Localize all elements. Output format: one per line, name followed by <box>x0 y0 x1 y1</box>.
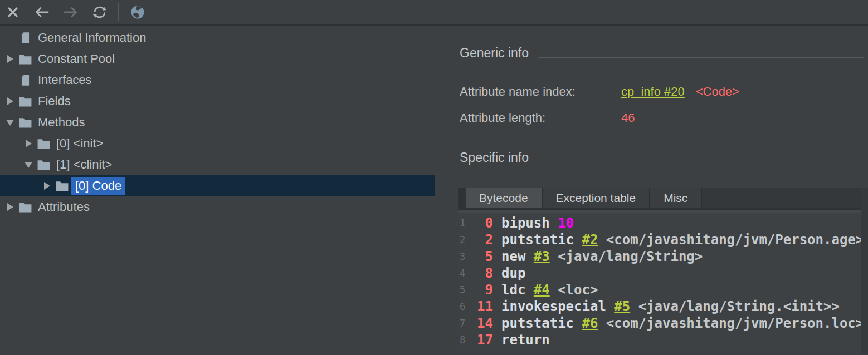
instruction: ldc #4 <loc> <box>501 282 598 298</box>
expander-icon[interactable] <box>3 120 17 126</box>
operand-detail: <java/lang/String.<init>> <box>638 299 840 314</box>
bytecode-offset: 8 <box>472 265 493 281</box>
mnemonic: putstatic <box>501 315 574 331</box>
bytecode-offset: 5 <box>472 249 493 264</box>
mnemonic: putstatic <box>501 232 574 248</box>
operand-detail: <com/javashitang/jvm/Person.age> <box>606 232 861 248</box>
tree-item-label: [0] Code <box>71 177 125 195</box>
tab-bytecode[interactable]: Bytecode <box>466 188 543 208</box>
expander-icon[interactable] <box>22 140 35 147</box>
bytecode-line: 1 0 bipush 10 <box>458 215 861 231</box>
close-icon[interactable] <box>1 2 25 23</box>
folder-icon <box>18 52 32 66</box>
line-number: 4 <box>458 268 472 279</box>
tree-item-label: Attributes <box>38 200 90 214</box>
instruction: bipush 10 <box>501 215 574 231</box>
expander-icon[interactable] <box>3 203 17 211</box>
attribute-length-row: Attribute length: 46 <box>460 111 635 125</box>
bytecode-offset: 17 <box>472 332 493 348</box>
attribute-type-value: <Code> <box>696 85 739 99</box>
detail-panel: Generic info Attribute name index: cp_in… <box>458 26 868 354</box>
generic-info-header: Generic info <box>460 46 864 61</box>
folder-icon <box>18 95 32 108</box>
constant-pool-ref-link[interactable]: #3 <box>534 249 550 264</box>
bytecode-listing[interactable]: 1 0 bipush 10 2 2 putstatic #2 <com/java… <box>458 213 861 354</box>
bytecode-line: 7 14 putstatic #6 <com/javashitang/jvm/P… <box>458 315 861 332</box>
constant-pool-ref-link[interactable]: #6 <box>582 315 598 331</box>
tree-item[interactable]: Attributes <box>0 196 435 218</box>
tree-item[interactable]: [0] <init> <box>0 133 435 154</box>
tree-item-label: [1] <clinit> <box>56 157 112 172</box>
mnemonic: bipush <box>501 215 550 231</box>
attribute-length-value: 46 <box>621 111 635 125</box>
expander-icon[interactable] <box>3 97 17 105</box>
bytecode-line: 6 11 invokespecial #5 <java/lang/String.… <box>458 298 861 315</box>
instruction: putstatic #2 <com/javashitang/jvm/Person… <box>501 232 861 248</box>
back-arrow-icon[interactable] <box>30 2 53 23</box>
attribute-name-index-row: Attribute name index: cp_info #20 <Code> <box>460 85 739 99</box>
line-number: 1 <box>458 218 472 229</box>
instruction: putstatic #6 <com/javashitang/jvm/Person… <box>501 315 861 331</box>
expander-icon[interactable] <box>3 55 17 63</box>
document-icon <box>18 31 32 45</box>
bytecode-offset: 0 <box>472 215 493 231</box>
expander-icon[interactable] <box>22 162 35 168</box>
line-number: 8 <box>458 334 472 346</box>
line-number: 2 <box>458 234 472 245</box>
bytecode-offset: 2 <box>472 232 493 248</box>
forward-arrow-icon[interactable] <box>59 2 82 23</box>
operand-detail: <com/javashitang/jvm/Person.loc> <box>606 315 861 331</box>
tab-misc[interactable]: Misc <box>650 188 702 208</box>
bytecode-line: 5 9 ldc #4 <loc> <box>458 282 861 298</box>
tree-item-label: Interfaces <box>38 73 92 87</box>
tree-item[interactable]: Constant Pool <box>0 48 435 70</box>
line-number: 7 <box>458 318 472 329</box>
tree-item[interactable]: Methods <box>0 112 435 133</box>
document-icon <box>18 73 32 87</box>
instruction: invokespecial #5 <java/lang/String.<init… <box>501 299 840 314</box>
line-number: 5 <box>458 284 472 295</box>
folder-icon <box>55 179 69 193</box>
web-globe-icon[interactable] <box>126 2 149 23</box>
class-structure-tree: General Information Constant Pool Interf… <box>0 26 435 218</box>
tree-item-label: Methods <box>38 115 85 130</box>
instruction: new #3 <java/lang/String> <box>501 249 703 264</box>
refresh-icon[interactable] <box>88 2 111 23</box>
tree-item-label: Fields <box>38 94 71 109</box>
constant-pool-ref-link[interactable]: #4 <box>534 282 550 298</box>
folder-icon <box>36 137 51 150</box>
tab-bar-lead <box>458 188 466 208</box>
mnemonic: invokespecial <box>501 299 606 314</box>
tab-exception-table[interactable]: Exception table <box>543 188 651 208</box>
attribute-length-label: Attribute length: <box>460 111 621 125</box>
pane-right-gutter <box>861 188 868 354</box>
tree-item[interactable]: [1] <clinit> <box>0 154 435 175</box>
folder-icon <box>18 200 32 214</box>
constant-pool-link[interactable]: cp_info #20 <box>621 85 685 99</box>
specific-info-title: Specific info <box>460 150 529 165</box>
constant-pool-ref-link[interactable]: #2 <box>582 232 598 248</box>
tree-item[interactable]: [0] Code <box>0 175 435 196</box>
mnemonic: new <box>501 249 525 264</box>
line-number: 6 <box>458 301 472 312</box>
constant-pool-ref-link[interactable]: #5 <box>614 299 630 314</box>
tree-item[interactable]: General Information <box>0 27 435 48</box>
tree-item[interactable]: Fields <box>0 91 435 112</box>
instruction: return <box>501 332 550 348</box>
attribute-name-index-label: Attribute name index: <box>460 85 621 99</box>
folder-icon <box>18 116 32 129</box>
bytecode-line: 3 5 new #3 <java/lang/String> <box>458 248 861 265</box>
specific-info-header: Specific info <box>460 150 864 165</box>
bytecode-line: 2 2 putstatic #2 <com/javashitang/jvm/Pe… <box>458 231 861 248</box>
tree-item-label: Constant Pool <box>38 52 115 66</box>
mnemonic: dup <box>501 265 525 281</box>
operand-detail: <loc> <box>558 282 598 298</box>
line-number: 3 <box>458 251 472 262</box>
tree-item[interactable]: Interfaces <box>0 70 435 91</box>
header-rule <box>538 162 864 162</box>
generic-info-title: Generic info <box>460 46 529 61</box>
header-rule <box>538 57 864 58</box>
toolbar-separator <box>118 3 119 21</box>
expander-icon[interactable] <box>40 182 53 190</box>
folder-icon <box>36 158 51 171</box>
